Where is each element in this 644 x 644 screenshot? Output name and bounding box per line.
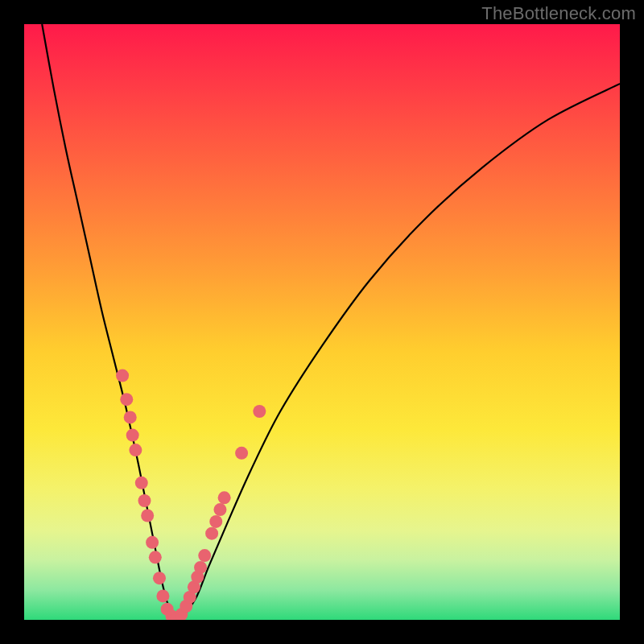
data-marker <box>146 536 159 549</box>
data-marker <box>126 429 139 442</box>
data-marker <box>153 572 166 584</box>
bottleneck-curve <box>42 24 620 620</box>
data-marker <box>135 477 148 489</box>
data-markers <box>116 369 266 620</box>
data-marker <box>253 405 266 418</box>
data-marker <box>149 551 162 564</box>
data-marker <box>138 494 151 507</box>
chart-svg <box>24 24 620 620</box>
data-marker <box>205 527 218 540</box>
data-marker <box>116 369 129 382</box>
data-marker <box>156 589 169 602</box>
data-marker <box>141 510 154 522</box>
data-marker <box>198 549 211 562</box>
data-marker <box>218 491 231 504</box>
chart-frame: TheBottleneck.com <box>0 0 644 644</box>
data-marker <box>120 393 133 406</box>
data-marker <box>209 515 222 528</box>
data-marker <box>235 447 248 460</box>
data-marker <box>213 503 226 516</box>
data-marker <box>194 561 207 574</box>
plot-area <box>24 24 620 620</box>
data-marker <box>129 444 142 456</box>
watermark-text: TheBottleneck.com <box>481 3 636 24</box>
data-marker <box>124 411 137 423</box>
